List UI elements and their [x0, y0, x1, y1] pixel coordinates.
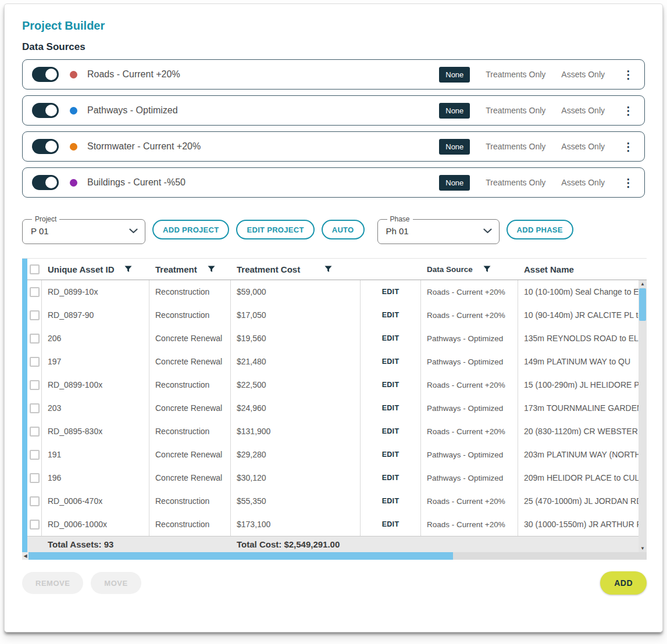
mode-option-assets-only[interactable]: Assets Only — [561, 178, 605, 187]
vertical-scroll-thumb[interactable] — [639, 288, 646, 321]
select-all-checkbox[interactable] — [30, 264, 40, 274]
row-checkbox-cell — [27, 443, 42, 466]
cell-treatment-cost: $21,480 — [231, 350, 361, 373]
edit-button[interactable]: EDIT — [382, 497, 400, 505]
cell-asset-name: 149m PLATINUM WAY to QU — [518, 350, 647, 373]
edit-button[interactable]: EDIT — [382, 427, 400, 435]
mode-option-none[interactable]: None — [439, 139, 470, 155]
data-source-row: Stormwater - Current +20% None Treatment… — [22, 131, 645, 162]
source-mode-group: None Treatments Only Assets Only ⋮ — [439, 103, 634, 119]
scroll-left-icon[interactable]: ◀ — [22, 552, 28, 560]
add-project-button[interactable]: ADD PROJECT — [152, 220, 229, 239]
auto-button[interactable]: AUTO — [322, 220, 365, 239]
horizontal-scrollbar[interactable]: ◀ — [22, 552, 647, 560]
edit-button[interactable]: EDIT — [382, 334, 400, 342]
cell-asset-name: 10 (10-100m) Seal Change to EL — [518, 280, 647, 303]
row-checkbox[interactable] — [30, 496, 40, 506]
toggle-knob — [45, 177, 57, 188]
cell-edit: EDIT — [361, 280, 421, 303]
move-button[interactable]: MOVE — [91, 572, 141, 594]
row-checkbox[interactable] — [30, 403, 40, 413]
mode-option-assets-only[interactable]: Assets Only — [561, 70, 605, 79]
cell-unique-asset-id: 196 — [42, 466, 149, 489]
mode-option-treatments-only[interactable]: Treatments Only — [486, 142, 545, 151]
cell-treatment: Reconstruction — [149, 420, 231, 443]
left-scrollbar[interactable] — [22, 259, 27, 552]
cell-treatment-cost: $30,120 — [231, 466, 361, 489]
table-row: 206 Concrete Renewal $19,560 EDIT Pathwa… — [22, 327, 647, 350]
cell-edit: EDIT — [361, 489, 421, 513]
filter-icon[interactable] — [208, 266, 215, 273]
cell-unique-asset-id: 191 — [42, 443, 149, 466]
scroll-up-icon[interactable]: ▲ — [639, 280, 647, 288]
total-assets: Total Assets: 93 — [48, 536, 113, 553]
cell-data-source: Pathways - Optimized — [421, 466, 518, 489]
scroll-down-icon[interactable]: ▼ — [639, 545, 647, 552]
table-body: RD_0899-10x Reconstruction $59,000 EDIT … — [22, 280, 647, 536]
cell-edit: EDIT — [361, 396, 421, 420]
mode-option-treatments-only[interactable]: Treatments Only — [486, 70, 545, 79]
add-button[interactable]: ADD — [600, 571, 647, 595]
cell-edit: EDIT — [361, 303, 421, 327]
project-select[interactable]: Project P 01 — [22, 215, 145, 244]
edit-button[interactable]: EDIT — [382, 520, 400, 528]
edit-button[interactable]: EDIT — [382, 381, 400, 389]
edit-button[interactable]: EDIT — [382, 311, 400, 319]
edit-button[interactable]: EDIT — [382, 404, 400, 412]
more-options-icon[interactable]: ⋮ — [623, 141, 634, 152]
filter-icon[interactable] — [324, 266, 332, 273]
mode-option-assets-only[interactable]: Assets Only — [561, 106, 605, 115]
horizontal-scroll-thumb[interactable] — [28, 552, 453, 560]
more-options-icon[interactable]: ⋮ — [623, 105, 634, 116]
cell-edit: EDIT — [361, 350, 421, 373]
row-checkbox[interactable] — [30, 520, 40, 529]
mode-option-treatments-only[interactable]: Treatments Only — [486, 178, 545, 187]
row-checkbox[interactable] — [30, 310, 40, 320]
remove-button[interactable]: REMOVE — [22, 572, 83, 594]
filter-icon[interactable] — [124, 266, 132, 273]
cell-unique-asset-id: 203 — [42, 396, 149, 420]
source-enabled-toggle[interactable] — [32, 103, 59, 118]
edit-project-button[interactable]: EDIT PROJECT — [236, 220, 314, 239]
phase-select-label: Phase — [387, 215, 413, 223]
row-checkbox[interactable] — [30, 450, 40, 460]
more-options-icon[interactable]: ⋮ — [623, 177, 634, 188]
source-color-dot — [70, 107, 77, 115]
cell-unique-asset-id: RD_0895-830x — [42, 420, 149, 443]
cell-asset-name: 209m HELIDOR PLACE to CUL — [518, 466, 647, 489]
table-row: RD_0897-90 Reconstruction $17,050 EDIT R… — [22, 303, 647, 327]
row-checkbox[interactable] — [30, 287, 40, 297]
phase-select[interactable]: Phase Ph 01 — [377, 215, 500, 244]
mode-option-none[interactable]: None — [439, 175, 470, 191]
cell-treatment: Concrete Renewal — [149, 443, 231, 466]
cell-data-source: Roads - Current +20% — [421, 513, 518, 536]
source-enabled-toggle[interactable] — [32, 67, 59, 82]
row-checkbox[interactable] — [30, 334, 40, 344]
filter-icon[interactable] — [483, 266, 491, 273]
edit-button[interactable]: EDIT — [382, 474, 400, 482]
cell-treatment-cost: $24,960 — [231, 396, 361, 420]
source-enabled-toggle[interactable] — [32, 139, 59, 154]
row-checkbox[interactable] — [30, 380, 40, 390]
row-checkbox[interactable] — [30, 357, 40, 367]
edit-button[interactable]: EDIT — [382, 288, 400, 296]
table-footer: Total Assets: 93 Total Cost: $2,549,291.… — [22, 536, 647, 552]
source-enabled-toggle[interactable] — [32, 175, 59, 190]
header-label: Treatment — [155, 264, 197, 274]
chevron-down-icon — [129, 228, 138, 234]
mode-option-assets-only[interactable]: Assets Only — [561, 142, 605, 151]
table-row: 191 Concrete Renewal $29,280 EDIT Pathwa… — [22, 443, 647, 466]
row-checkbox[interactable] — [30, 427, 40, 437]
more-options-icon[interactable]: ⋮ — [623, 69, 634, 80]
toggle-knob — [45, 105, 57, 116]
row-checkbox[interactable] — [30, 473, 40, 483]
project-phase-controls: Project P 01 ADD PROJECT EDIT PROJECT AU… — [22, 215, 645, 244]
header-label: Data Source — [427, 265, 473, 274]
edit-button[interactable]: EDIT — [382, 357, 400, 366]
mode-option-none[interactable]: None — [439, 67, 470, 83]
mode-option-treatments-only[interactable]: Treatments Only — [486, 106, 545, 115]
add-phase-button[interactable]: ADD PHASE — [507, 220, 573, 239]
edit-button[interactable]: EDIT — [382, 450, 400, 459]
mode-option-none[interactable]: None — [439, 103, 470, 119]
vertical-scrollbar[interactable]: ▲ ▼ — [639, 280, 647, 552]
